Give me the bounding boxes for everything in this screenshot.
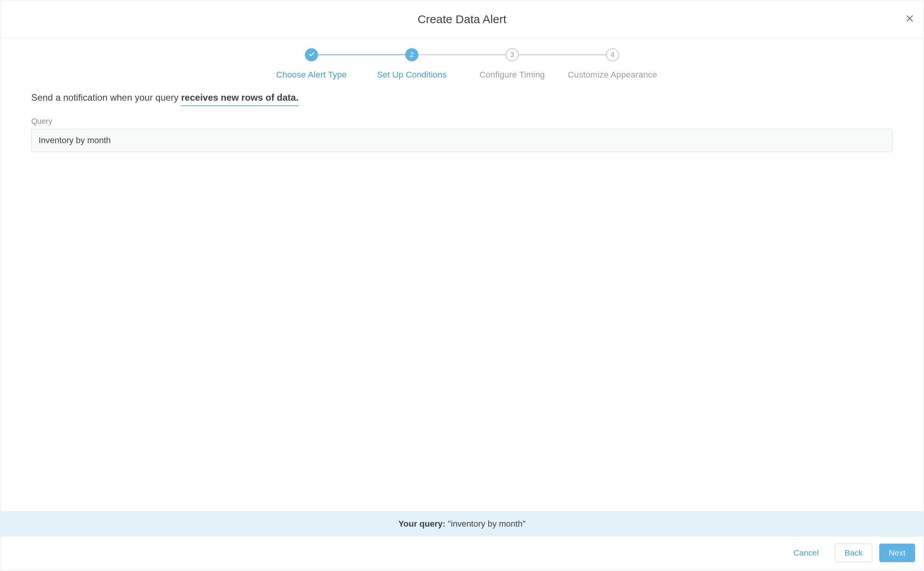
step-top-row: 4 bbox=[562, 48, 663, 61]
query-input[interactable] bbox=[31, 129, 893, 152]
step-set-up-conditions[interactable]: 2 Set Up Conditions bbox=[362, 48, 462, 80]
step-label: Set Up Conditions bbox=[377, 70, 447, 80]
cancel-button[interactable]: Cancel bbox=[784, 544, 828, 562]
condition-sentence-prefix: Send a notification when your query bbox=[31, 92, 181, 103]
step-connector bbox=[562, 54, 606, 55]
step-top-row: 2 bbox=[362, 48, 462, 61]
summary-prefix: Your query: bbox=[398, 519, 448, 529]
step-connector bbox=[318, 54, 362, 55]
step-content: Send a notification when your query rece… bbox=[0, 84, 924, 511]
step-indicator: 3 bbox=[506, 48, 519, 61]
step-indicator: 2 bbox=[405, 48, 418, 61]
wizard-footer: Cancel Back Next bbox=[0, 537, 924, 571]
step-connector bbox=[418, 54, 462, 55]
back-button[interactable]: Back bbox=[835, 544, 872, 562]
step-label: Choose Alert Type bbox=[276, 70, 347, 80]
step-top-row bbox=[261, 48, 362, 61]
modal-title: Create Data Alert bbox=[418, 13, 506, 26]
step-configure-timing[interactable]: 3 Configure Timing bbox=[462, 48, 562, 80]
step-label: Customize Appearance bbox=[568, 70, 657, 80]
query-field-label: Query bbox=[31, 117, 893, 126]
modal-header: Create Data Alert bbox=[0, 0, 924, 38]
condition-sentence: Send a notification when your query rece… bbox=[31, 92, 893, 106]
close-button[interactable] bbox=[902, 12, 917, 27]
step-connector bbox=[261, 54, 305, 55]
summary-query-text: "inventory by month" bbox=[448, 519, 526, 529]
condition-trigger-selector[interactable]: receives new rows of data. bbox=[181, 92, 298, 106]
step-connector bbox=[362, 54, 405, 55]
wizard-stepper: Choose Alert Type 2 Set Up Conditions 3 … bbox=[0, 38, 924, 84]
step-label: Configure Timing bbox=[479, 70, 545, 80]
step-connector bbox=[619, 54, 663, 55]
query-field: Query bbox=[31, 117, 893, 152]
checkmark-icon bbox=[308, 51, 315, 59]
step-top-row: 3 bbox=[462, 48, 562, 61]
step-connector bbox=[462, 54, 506, 55]
step-indicator: 4 bbox=[606, 48, 619, 61]
close-icon bbox=[905, 14, 914, 24]
step-indicator bbox=[305, 48, 318, 61]
step-customize-appearance[interactable]: 4 Customize Appearance bbox=[562, 48, 663, 80]
step-choose-alert-type[interactable]: Choose Alert Type bbox=[261, 48, 362, 80]
create-data-alert-modal: Create Data Alert bbox=[0, 0, 924, 571]
next-button[interactable]: Next bbox=[879, 544, 915, 562]
query-summary-banner: Your query: "inventory by month" bbox=[0, 511, 924, 537]
step-connector bbox=[519, 54, 562, 55]
